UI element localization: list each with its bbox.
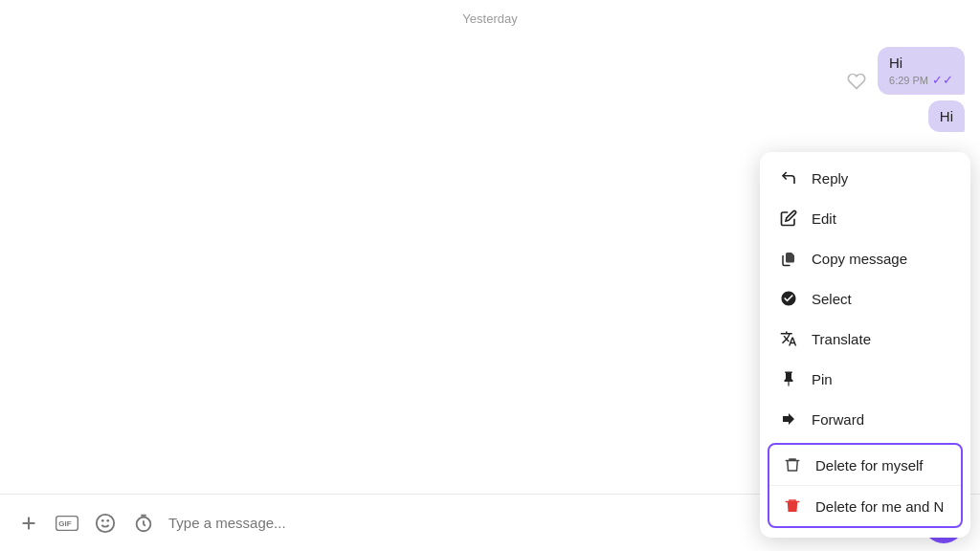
menu-item-forward[interactable]: Forward [760,399,970,439]
select-icon [779,289,798,308]
menu-label-delete-myself: Delete for myself [815,457,924,474]
menu-item-reply[interactable]: Reply [760,158,970,198]
menu-label-pin: Pin [812,371,833,387]
menu-item-pin[interactable]: Pin [760,359,970,399]
menu-item-delete-both[interactable]: Delete for me and N [769,486,961,526]
delete-section: Delete for myself Delete for me and N [768,443,963,528]
heart-icon[interactable] [843,68,870,95]
timer-icon[interactable] [130,510,157,537]
message-bubble-2: Hi [928,100,965,132]
context-menu: Reply Edit Copy messag [760,152,970,538]
svg-text:GIF: GIF [58,519,71,528]
menu-label-translate: Translate [812,331,871,347]
menu-item-translate[interactable]: Translate [760,319,970,359]
chat-container: Yesterday Hi 6:29 PM ✓✓ Hi [0,0,980,551]
menu-label-forward: Forward [812,411,864,428]
pin-icon [779,369,798,388]
message-meta-1: 6:29 PM ✓✓ [889,73,953,87]
message-row-2: Hi [15,100,965,132]
copy-icon [779,249,798,268]
message-text-2: Hi [940,108,953,124]
trash-red-icon [783,496,802,516]
forward-icon [779,409,798,429]
menu-item-copy[interactable]: Copy message [760,238,970,278]
gif-icon[interactable]: GIF [54,510,80,537]
double-check-icon: ✓✓ [932,73,953,87]
svg-point-4 [97,514,114,531]
menu-label-select: Select [812,291,852,307]
date-separator: Yesterday [0,0,980,37]
translate-icon [779,329,798,348]
menu-label-delete-both: Delete for me and N [815,498,944,515]
plus-icon[interactable] [15,510,42,537]
menu-label-edit: Edit [812,210,836,227]
reply-icon [779,168,798,187]
message-time-1: 6:29 PM [889,75,928,86]
menu-item-select[interactable]: Select [760,278,970,319]
messages-area: Hi 6:29 PM ✓✓ Hi Rep [0,37,980,494]
trash-gray-icon [783,455,802,474]
sticker-icon[interactable] [92,510,119,537]
menu-item-delete-myself[interactable]: Delete for myself [769,445,961,486]
edit-icon [779,209,798,228]
message-text-1: Hi [889,55,953,71]
menu-label-copy: Copy message [812,251,907,267]
menu-label-reply: Reply [812,170,848,187]
menu-item-edit[interactable]: Edit [760,198,970,238]
message-row: Hi 6:29 PM ✓✓ [15,47,965,95]
message-bubble-1: Hi 6:29 PM ✓✓ [878,47,965,95]
